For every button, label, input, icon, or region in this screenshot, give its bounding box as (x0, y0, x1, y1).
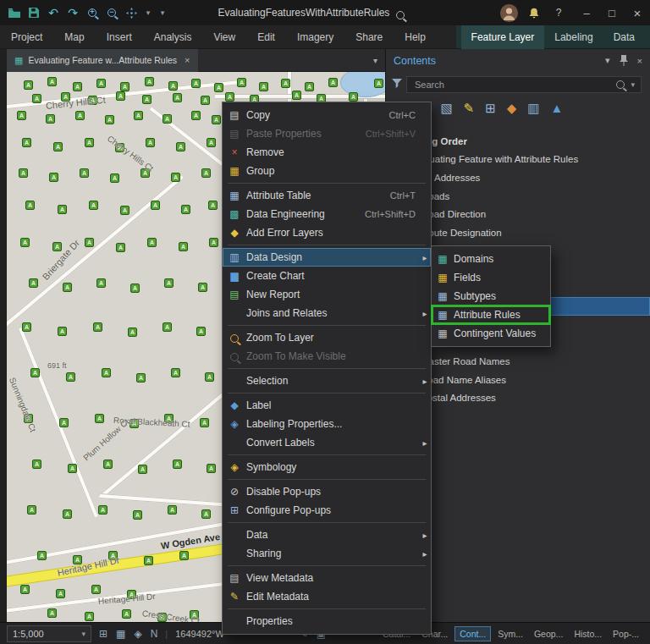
redo-icon[interactable]: ↷ (67, 5, 79, 20)
ribbon-tab-map[interactable]: Map (53, 25, 95, 49)
submenu-arrow-icon: ▸ (419, 309, 431, 318)
menu-item-add-error-layers[interactable]: ◆Add Error Layers (223, 223, 431, 242)
address-point-symbol: A (37, 551, 47, 560)
ribbon-tab-bar: ProjectMapInsertAnalysisViewEditImageryS… (0, 25, 650, 49)
ribbon-tab-imagery[interactable]: Imagery (286, 25, 344, 49)
create-chart-icon: ▆ (223, 271, 246, 281)
address-point-symbol: A (20, 238, 30, 247)
menu-item-sharing[interactable]: Sharing▸ (223, 544, 431, 563)
menu-item-selection[interactable]: Selection▸ (223, 372, 431, 390)
ribbon-tab-feature-layer[interactable]: Feature Layer (461, 25, 545, 49)
map-scale-combobox[interactable]: 1:5,000 ▾ (7, 625, 91, 642)
menu-item-label: Data Engineering (246, 208, 365, 220)
address-point-symbol: A (168, 505, 177, 515)
address-point-symbol: A (145, 77, 154, 86)
explore-dropdown-chevron-icon[interactable]: ▾ (145, 5, 151, 20)
ribbon-tab-labeling[interactable]: Labeling (544, 25, 603, 49)
menu-item-attribute-table[interactable]: ▦Attribute TableCtrl+T (223, 186, 431, 205)
menu-item-create-chart[interactable]: ▆Create Chart (223, 267, 431, 285)
menu-item-data[interactable]: Data▸ (223, 526, 431, 544)
menu-item-subtypes[interactable]: ▦Subtypes (432, 287, 550, 305)
menu-item-disable-pop-ups[interactable]: ⊘Disable Pop-ups (223, 482, 431, 501)
menu-item-labeling-properties[interactable]: ◈Labeling Properties... (223, 415, 431, 433)
menu-item-convert-labels[interactable]: Convert Labels▸ (223, 433, 431, 452)
pane-tab-cont[interactable]: Cont... (454, 626, 491, 641)
menu-item-view-metadata[interactable]: ▤View Metadata (223, 569, 431, 587)
explore-tool-icon[interactable] (125, 5, 137, 20)
pane-tab-sym[interactable]: Sym... (493, 627, 527, 641)
ribbon-tab-project[interactable]: Project (0, 25, 53, 49)
menu-item-data-design[interactable]: ▥Data Design▸ (223, 248, 431, 267)
view-list-chevron-icon[interactable]: ▾ (373, 56, 377, 65)
menu-item-remove[interactable]: ×Remove (223, 143, 431, 162)
zoom-out-icon[interactable] (106, 5, 118, 20)
address-point-symbol: A (237, 78, 246, 87)
menu-item-label: Contingent Values (454, 328, 538, 339)
ribbon-tabs: ProjectMapInsertAnalysisViewEditImageryS… (0, 25, 437, 48)
menu-item-symbology[interactable]: ◈Symbology (223, 458, 431, 476)
close-button[interactable]: × (625, 0, 650, 25)
menu-item-joins-and-relates[interactable]: Joins and Relates▸ (223, 304, 431, 322)
ribbon-tab-analysis[interactable]: Analysis (143, 25, 203, 49)
menu-item-zoom-to-layer[interactable]: Zoom To Layer (223, 328, 431, 347)
minimize-button[interactable]: – (574, 0, 599, 25)
maximize-button[interactable]: □ (599, 0, 625, 25)
menu-item-label: Remove (246, 146, 419, 158)
map-scale-value: 1:5,000 (13, 629, 78, 639)
undo-icon[interactable]: ↶ (47, 5, 59, 20)
help-icon[interactable]: ? (550, 7, 567, 19)
address-point-symbol: A (328, 78, 338, 87)
menu-item-data-engineering[interactable]: ▩Data EngineeringCtrl+Shift+D (223, 205, 431, 223)
copy-icon: ▤ (223, 110, 246, 120)
zoom-in-icon[interactable] (86, 5, 98, 20)
ribbon-tab-view[interactable]: View (202, 25, 246, 49)
user-avatar[interactable] (500, 4, 518, 22)
menu-item-new-report[interactable]: ▤New Report (223, 285, 431, 304)
menu-item-label: Disable Pop-ups (246, 486, 419, 498)
arcgis-pro-window: ↶ ↷ ▾ ▾ EvaluatingFeaturesWithAttributeR… (0, 0, 650, 644)
menu-item-label: Attribute Table (246, 190, 390, 201)
menu-item-properties[interactable]: Properties (223, 612, 431, 630)
save-icon[interactable] (28, 5, 40, 20)
ribbon-tab-edit[interactable]: Edit (246, 25, 286, 49)
address-point-symbol: A (196, 327, 206, 336)
pane-tab-histo[interactable]: Histo... (570, 627, 606, 641)
ribbon-tab-share[interactable]: Share (344, 25, 394, 49)
menu-item-group[interactable]: ▦Group (223, 162, 431, 180)
command-search-icon[interactable] (396, 8, 405, 20)
menu-item-configure-pop-ups[interactable]: ⊞Configure Pop-ups (223, 501, 431, 520)
ribbon-tab-data[interactable]: Data (603, 25, 645, 49)
zoom-to-layer-icon (223, 333, 246, 343)
address-point-symbol: A (80, 168, 89, 178)
menu-item-edit-metadata[interactable]: ✎Edit Metadata (223, 587, 431, 606)
menu-item-attribute-rules[interactable]: ▦Attribute Rules (432, 305, 550, 324)
pane-tab-pop[interactable]: Pop-... (609, 627, 643, 641)
north-arrow-icon[interactable]: N (151, 628, 158, 640)
map-frames-icon[interactable]: ▦ (116, 628, 125, 640)
menu-item-domains[interactable]: ▦Domains (432, 250, 550, 268)
address-point-symbol: A (63, 509, 72, 519)
view-tab-bar: ▦ Evaluating Feature w...Attribute Rules… (7, 49, 385, 72)
shortcut-label: Ctrl+Shift+D (365, 209, 416, 219)
ribbon-tab-insert[interactable]: Insert (96, 25, 143, 49)
ribbon-tab-help[interactable]: Help (394, 25, 437, 49)
pane-tab-geop[interactable]: Geop... (530, 627, 567, 641)
street-line (100, 493, 227, 507)
address-point-symbol: A (53, 142, 63, 151)
qat-customize-chevron-icon[interactable]: ▾ (159, 5, 166, 20)
tab-close-icon[interactable]: × (185, 55, 190, 65)
menu-item-label[interactable]: ◆Label (223, 396, 431, 415)
menu-item-contingent-values[interactable]: ▦Contingent Values (432, 324, 550, 343)
new-project-icon[interactable] (8, 5, 20, 20)
address-point-symbol: A (47, 77, 57, 86)
menu-item-copy[interactable]: ▤CopyCtrl+C (223, 106, 431, 124)
menu-item-fields[interactable]: ▦Fields (432, 268, 550, 287)
menu-item-paste-properties[interactable]: ▤Paste PropertiesCtrl+Shift+V (223, 124, 431, 143)
menu-item-zoom-to-make-visible[interactable]: Zoom To Make Visible (223, 347, 431, 366)
notifications-bell-icon[interactable] (529, 8, 539, 19)
address-point-symbol: A (75, 111, 85, 120)
map-view-tab[interactable]: ▦ Evaluating Feature w...Attribute Rules… (7, 49, 198, 72)
grid-toggle-icon[interactable]: ⊞ (99, 628, 107, 640)
snapping-icon[interactable]: ◈ (134, 628, 141, 640)
address-point-symbol: A (73, 82, 82, 91)
